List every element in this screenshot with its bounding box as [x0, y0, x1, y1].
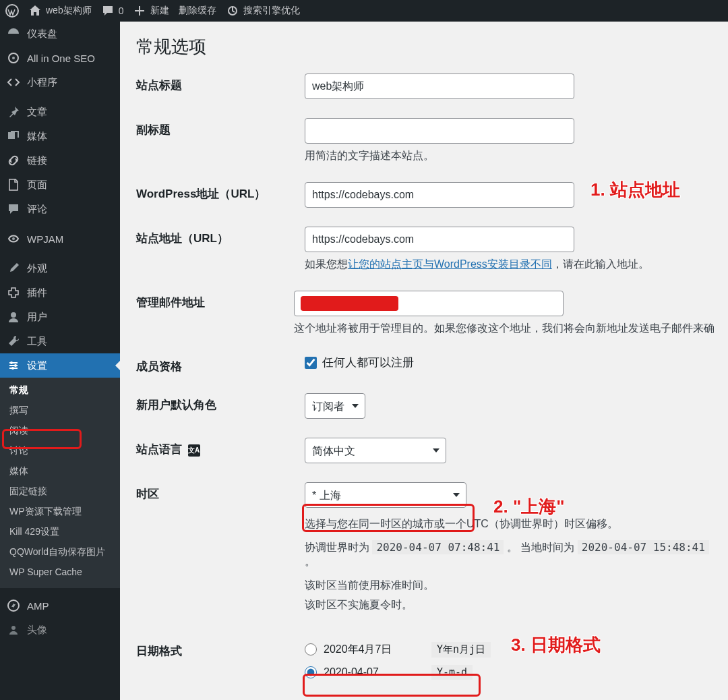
wp-logo-menu[interactable] [5, 4, 19, 18]
sidebar-item-miniprogram[interactable]: 小程序 [0, 70, 120, 94]
media-icon [7, 129, 20, 143]
plugin-icon [7, 286, 20, 299]
label-date-format: 日期格式 [136, 639, 305, 659]
seo-menu[interactable]: 搜索引擎优化 [226, 4, 300, 18]
sidebar-item-dashboard[interactable]: 仪表盘 [0, 22, 120, 46]
home-icon [28, 4, 42, 18]
svg-point-8 [11, 367, 14, 370]
admin-sidebar: 仪表盘 All in One SEO 小程序 文章 媒体 链接 页面 评论 WP… [0, 22, 120, 700]
date-format-radio-0[interactable] [305, 643, 317, 655]
sidebar-item-settings[interactable]: 设置 [0, 353, 120, 378]
settings-icon [7, 359, 20, 372]
sidebar-item-posts[interactable]: 文章 [0, 100, 120, 124]
label-tagline: 副标题 [136, 118, 305, 138]
svg-point-7 [14, 364, 17, 367]
admin-topbar: web架构师 0 新建 删除缓存 搜索引擎优化 [0, 0, 728, 22]
sidebar-item-users[interactable]: 用户 [0, 305, 120, 329]
content-area: 常规选项 站点标题 副标题 用简洁的文字描述本站点。 WordPress地址（U… [120, 22, 728, 700]
sidebar-item-label: 设置 [27, 359, 47, 372]
wp-logo-icon [5, 4, 19, 18]
date-format-option-0[interactable]: 2020年4月7日 Y年n月j日 [305, 639, 712, 660]
site-title-input[interactable] [305, 74, 574, 99]
submenu-qqworld[interactable]: QQWorld自动保存图片 [0, 542, 120, 562]
dashboard-icon [7, 27, 20, 40]
seo-icon [226, 4, 239, 18]
date-format-option-1[interactable]: 2020-04-07 Y-m-d [305, 662, 712, 682]
page-title: 常规选项 [136, 35, 712, 59]
utc-time-value: 2020-04-07 07:48:41 [372, 540, 504, 554]
sidebar-item-amp[interactable]: AMP [0, 593, 120, 618]
tz-help-3: 该时区当前使用标准时间。 [305, 579, 712, 593]
sidebar-item-aioseo[interactable]: All in One SEO [0, 46, 120, 70]
submenu-media[interactable]: 媒体 [0, 461, 120, 482]
site-url-input[interactable] [305, 227, 574, 252]
sidebar-item-label: All in One SEO [27, 53, 95, 64]
site-url-help-link[interactable]: 让您的站点主页与WordPress安装目录不同 [348, 258, 552, 270]
svg-point-4 [12, 237, 15, 240]
sidebar-item-label: 用户 [27, 311, 47, 324]
label-default-role: 新用户默认角色 [136, 393, 305, 413]
sidebar-item-appearance[interactable]: 外观 [0, 256, 120, 281]
sidebar-item-media[interactable]: 媒体 [0, 124, 120, 148]
clear-cache-menu[interactable]: 删除缓存 [179, 5, 216, 17]
comment-icon [101, 4, 115, 18]
submenu-reading[interactable]: 阅读 [0, 421, 120, 441]
sidebar-item-pages[interactable]: 页面 [0, 173, 120, 197]
svg-point-3 [12, 57, 15, 59]
code-icon [7, 76, 20, 89]
new-content-menu[interactable]: 新建 [133, 4, 169, 18]
site-name-menu[interactable]: web架构师 [28, 4, 92, 18]
user-icon [7, 310, 20, 324]
sidebar-item-label: 文章 [27, 106, 47, 119]
sidebar-item-label: 页面 [27, 179, 47, 192]
comment-icon [7, 202, 20, 216]
svg-point-0 [6, 5, 18, 17]
svg-point-5 [11, 312, 16, 318]
new-content-label: 新建 [150, 5, 169, 17]
tagline-help: 用简洁的文字描述本站点。 [305, 149, 712, 163]
amp-icon [7, 599, 20, 612]
submenu-wpsupercache[interactable]: WP Super Cache [0, 562, 120, 581]
sidebar-item-label: 外观 [27, 262, 47, 275]
site-lang-select[interactable]: 简体中文 [305, 438, 446, 463]
membership-checkbox[interactable] [305, 357, 317, 369]
date-format-radio-1[interactable] [305, 666, 317, 678]
sidebar-item-label: 小程序 [27, 76, 57, 89]
label-wp-url: WordPress地址（URL） [136, 182, 305, 202]
sidebar-item-tools[interactable]: 工具 [0, 329, 120, 353]
plus-icon [133, 4, 146, 18]
sidebar-item-label: 工具 [27, 335, 47, 348]
sidebar-item-wpjam[interactable]: WPJAM [0, 227, 120, 251]
comments-menu[interactable]: 0 [101, 4, 124, 18]
sidebar-item-label: 仪表盘 [27, 28, 57, 40]
site-name-label: web架构师 [46, 5, 92, 17]
label-membership: 成员资格 [136, 355, 305, 374]
sidebar-item-links[interactable]: 链接 [0, 148, 120, 173]
default-role-select[interactable]: 订阅者 [305, 393, 365, 419]
submenu-general[interactable]: 常规 [0, 380, 120, 401]
timezone-select[interactable]: * 上海 [305, 482, 466, 508]
clear-cache-label: 删除缓存 [179, 5, 216, 17]
sidebar-item-comments[interactable]: 评论 [0, 197, 120, 221]
link-icon [7, 154, 20, 167]
submenu-wp-download[interactable]: WP资源下载管理 [0, 502, 120, 522]
tz-help-1: 选择与您在同一时区的城市或一个UTC（协调世界时）时区偏移。 [305, 517, 712, 531]
wp-url-input[interactable] [305, 182, 574, 208]
translate-icon: 文A [188, 444, 200, 457]
sidebar-item-plugins[interactable]: 插件 [0, 281, 120, 305]
settings-submenu: 常规 撰写 阅读 讨论 媒体 固定链接 WP资源下载管理 Kill 429设置 … [0, 378, 120, 588]
submenu-discussion[interactable]: 讨论 [0, 441, 120, 461]
submenu-kill429[interactable]: Kill 429设置 [0, 522, 120, 542]
comments-count: 0 [119, 5, 124, 16]
local-time-value: 2020-04-07 15:48:41 [578, 540, 709, 554]
sidebar-item-label: AMP [27, 600, 49, 612]
sidebar-item-avatar[interactable]: 头像 [0, 618, 120, 642]
svg-point-10 [11, 626, 16, 630]
submenu-writing[interactable]: 撰写 [0, 401, 120, 421]
page-icon [7, 178, 20, 192]
tagline-input[interactable] [305, 118, 574, 144]
sidebar-item-label: 媒体 [27, 130, 47, 143]
sidebar-item-label: 插件 [27, 287, 47, 299]
submenu-permalinks[interactable]: 固定链接 [0, 482, 120, 502]
tz-help-2: 协调世界时为 2020-04-07 07:48:41 。 当地时间为 2020-… [305, 541, 712, 569]
